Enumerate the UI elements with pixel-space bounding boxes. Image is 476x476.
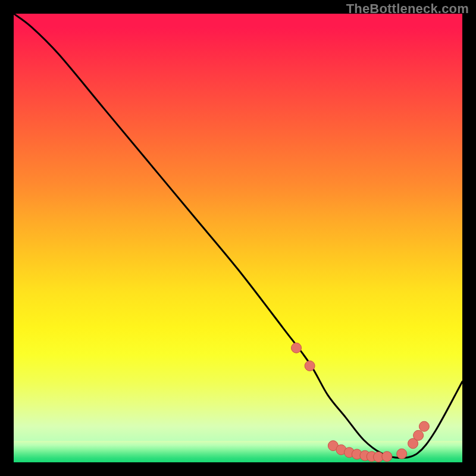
curve-layer	[14, 14, 462, 462]
bottleneck-curve	[14, 14, 462, 458]
highlight-dot	[414, 430, 424, 440]
watermark-text: TheBottleneck.com	[346, 1, 469, 17]
highlight-dot	[397, 449, 407, 459]
highlight-dot	[382, 452, 392, 462]
highlight-dots	[292, 343, 430, 462]
highlight-dot	[419, 421, 429, 431]
chart-stage: TheBottleneck.com	[0, 0, 476, 476]
highlight-dot	[292, 343, 302, 353]
highlight-dot	[305, 361, 315, 371]
plot-area	[14, 14, 462, 462]
